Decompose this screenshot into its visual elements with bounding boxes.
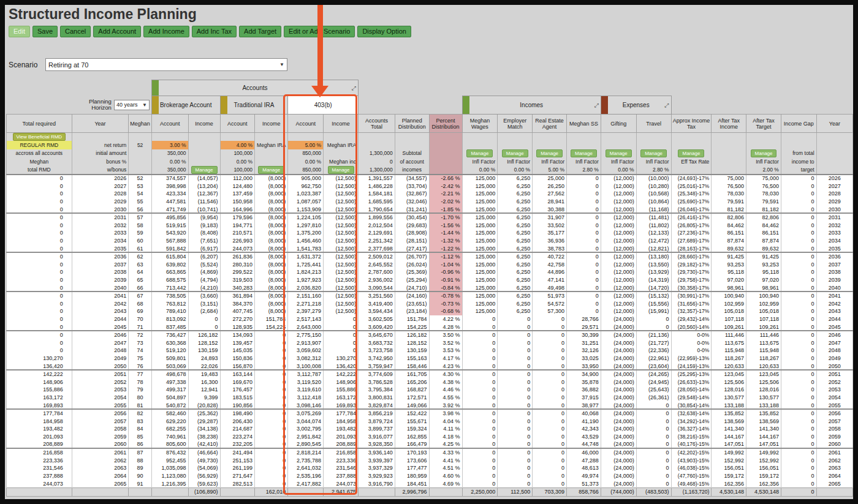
column-header-meghan-ss-15: Meghan SS [567,115,601,133]
column-header-after-tax-income-19: After Tax Income [712,115,746,133]
group-label: Accounts [242,85,267,91]
data-row: 177,784205682582,460(25,362)198,49003,07… [7,409,853,417]
spacer [671,96,852,115]
w-bonus-row: total RMDw/bonus350,000Manage100,000Mana… [7,166,853,175]
data-row: 142,222205177498,67819,483163,14403,112,… [7,370,853,378]
annotation-arrow [317,5,323,86]
data-row: 0203056471,749(10,741)164,996(8,000)1,15… [7,206,853,214]
data-row: 0202955447,581(11,546)150,958(8,000)1,08… [7,198,853,206]
accounts-group-header[interactable]: Accounts⤢ [151,80,358,96]
tabs-row: Planning Horizon40 years▼Brokerage Accou… [7,96,853,115]
data-row: 0202652374,557(14,057)112,000(8,000)905,… [7,175,853,182]
data-row: 169,893205581540,872(20,828)190,85603,09… [7,402,853,410]
account-tab-label: Traditional IRA [234,102,275,108]
data-row: 216,858206187876,432(46,664)241,49402,81… [7,448,853,456]
olive-corner-marker [152,96,159,114]
scenario-select[interactable]: Retiring at 70 ▼ [45,58,287,71]
chevron-down-icon: ▼ [279,62,284,67]
data-row: 208,889206086805,600(42,410)232,20502,89… [7,441,853,449]
column-header-total-required-0: Total required [7,115,72,133]
spacer [7,80,152,96]
manage-button[interactable]: Manage [466,149,493,157]
data-row: 0203662615,804(6,207)261,836(8,000)1,631… [7,252,853,260]
planning-horizon-label: Planning Horizon [81,99,112,111]
green-corner-marker [152,80,159,96]
manage-button[interactable]: Manage [328,166,354,174]
column-header-year-22: Year [816,115,852,133]
rate-cell[interactable]: 3.00 % [151,141,188,149]
cancel-button[interactable]: Cancel [60,26,91,37]
planning-table: Accounts⤢Planning Horizon40 years▼Broker… [6,80,853,497]
planning-horizon-cell: Planning Horizon40 years▼ [72,96,151,115]
rate-cell[interactable]: 4.00 % [220,141,255,149]
manage-button[interactable]: Manage [640,149,667,157]
data-row: 0203864663,865(4,869)299,522(8,000)1,824… [7,268,853,276]
spacer [7,96,72,115]
column-header-account-3: Account [151,115,188,133]
column-header-income-6: Income [255,115,288,133]
data-row: 0204773630,368128,152139,45702,913,90703… [7,339,853,347]
edit-or-add-scenario-button[interactable]: Edit or Add Scenario [284,26,355,37]
data-row: 0204470813,0920272,270151,7842,517,14303… [7,315,853,323]
manage-button[interactable]: Manage [502,149,528,157]
data-row: 0203258519,915(9,183)194,771(8,000)1,297… [7,221,853,229]
column-header-after-tax-target-20: After Tax Target [746,115,781,133]
edit-button[interactable]: Edit [9,26,30,37]
display-option-button[interactable]: Display Option [357,26,411,37]
column-header-gifting-16: Gifting [601,115,636,133]
data-row: 130,270204975509,80124,893150,83603,082,… [7,355,853,363]
manage-button[interactable]: Manage [678,149,704,157]
data-row: 0203965688,575(4,794)319,503(8,000)1,927… [7,276,853,284]
column-header-income-4: Income [188,115,220,133]
add-target-button[interactable]: Add Target [239,26,281,37]
column-header-row: Total requiredYearMeghanAccountIncomeAcc… [7,115,853,133]
save-button[interactable]: Save [32,26,58,37]
expenses-group-header[interactable]: Expenses⤢ [601,96,671,115]
planning-horizon-value: 40 years [116,102,138,108]
spacer [359,96,462,115]
bonus-pct-row: Meghanbonus %0.00 %0.00 %0.00 %Meghan in… [7,157,853,166]
scenario-value: Retiring at 70 [48,61,88,69]
add-income-button[interactable]: Add Income [143,26,189,37]
expand-icon[interactable]: ⤢ [352,85,356,91]
rate-cell[interactable]: 5.00 % [288,141,324,149]
data-row: 0204268763,812(3,151)384,370(8,000)2,271… [7,299,853,307]
manage-button[interactable]: Manage [536,149,563,157]
manage-button[interactable]: Manage [606,149,632,157]
expand-icon[interactable]: ⤢ [594,102,599,108]
data-row: 184,958205783629,220(29,287)206,43003,04… [7,417,853,425]
data-row: 136,420205076503,06922,026156,87003,100,… [7,363,853,370]
data-row: 0203763639,802(5,524)280,310(8,000)1,725… [7,260,853,268]
data-row: 0203460567,888(7,651)226,993(8,000)1,456… [7,237,853,245]
account-tab-traditional-ira[interactable]: Traditional IRA [220,96,288,115]
manage-button[interactable]: Manage [258,166,284,174]
expand-icon[interactable]: ⤢ [664,102,669,108]
add-account-button[interactable]: Add Account [93,26,141,37]
manage-button[interactable]: Manage [751,149,777,157]
column-header-account-7: Account [288,115,324,133]
manage-button[interactable]: Manage [191,166,218,174]
accounts-group-row: Accounts⤢ [7,80,853,96]
maroon-corner-marker [601,96,608,114]
account-tab-403-b[interactable]: 403(b) [288,96,359,115]
chevron-down-icon: ▼ [142,102,147,108]
group-label: Incomes [520,102,543,108]
add-inc-tax-button[interactable]: Add Inc Tax [192,26,237,37]
initial-amount-row: accross all accountsinitial amount350,00… [7,149,853,158]
view-beneficial-rmd-button[interactable]: View Beneficial RMD [13,133,66,141]
column-header-planned-distribution-10: Planned Distribution [395,115,429,133]
column-header-meghan-2: Meghan [129,115,152,133]
data-row: 0203157495,856(9,954)179,596(8,000)1,224… [7,213,853,221]
manage-button[interactable]: Manage [571,149,597,157]
planning-horizon-select[interactable]: 40 years▼ [114,100,150,110]
data-row: 231,5462063891,035,098(54,069)261,19902,… [7,464,853,472]
regular-rmd-label: REGULAR RMD [7,141,72,149]
green-corner-marker [463,96,469,114]
account-tab-label: 403(b) [314,102,332,108]
incomes-group-header[interactable]: Incomes⤢ [462,96,601,115]
spacer [359,80,853,96]
data-row: 0204874519,120130,159145,03503,059,60203… [7,347,853,355]
view-beneficial-rmd-row: View Beneficial RMD [7,133,853,141]
account-tab-brokerage-account[interactable]: Brokerage Account [151,96,220,115]
column-header-employer-match-13: Employer Match [498,115,533,133]
